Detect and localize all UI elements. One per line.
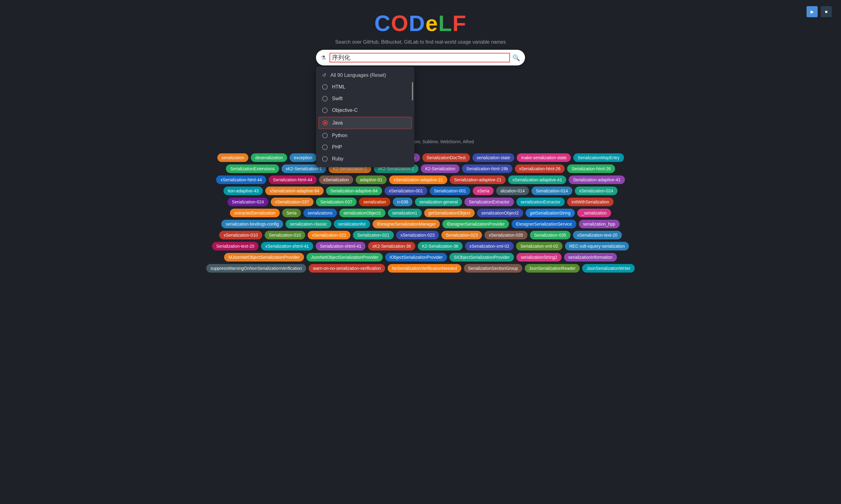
list-item[interactable]: n-036 — [393, 198, 412, 206]
dropdown-item-objectivec[interactable]: Objective-C — [316, 105, 414, 116]
dropdown-item-java[interactable]: Java — [319, 117, 412, 129]
list-item[interactable]: Serialization-014 — [532, 186, 572, 195]
top-icon-2[interactable]: ■ — [821, 6, 832, 17]
list-item[interactable]: serialization1 — [388, 209, 422, 217]
list-item[interactable]: adaptive-01 — [356, 176, 387, 184]
list-item[interactable]: Serialization-001 — [430, 186, 470, 195]
list-item[interactable]: serializationObject2 — [477, 209, 523, 217]
list-item[interactable]: xSeria — [473, 186, 494, 195]
list-item[interactable]: getSerializationString — [526, 209, 575, 217]
dropdown-item-python[interactable]: Python — [316, 130, 414, 141]
list-item[interactable]: Serialization-010 — [265, 231, 305, 239]
list-item[interactable]: serializationString2 — [516, 253, 561, 262]
list-item[interactable]: deserialization — [251, 154, 287, 162]
list-item[interactable]: K2-Serialization — [421, 164, 460, 173]
dropdown-item-ruby[interactable]: Ruby — [316, 153, 414, 165]
list-item[interactable]: exception — [289, 154, 317, 162]
list-item[interactable]: xSerialization-adaptive-21 — [389, 176, 447, 184]
list-item[interactable]: extractedSerialization — [230, 209, 280, 217]
list-item[interactable]: Serialization-021 — [353, 231, 393, 239]
list-item[interactable]: JsonNetObjectSerializationProvider — [306, 253, 383, 262]
list-item[interactable]: serializationExtractor — [516, 198, 565, 206]
search-bar: ⚗ 🔍 — [316, 50, 525, 66]
list-item[interactable]: xSerialization-adaptive-41 — [508, 176, 566, 184]
list-item[interactable]: IDesignerSerializationProvider — [442, 220, 509, 228]
list-item[interactable]: serialization-state — [472, 154, 515, 162]
list-item[interactable]: IDesignerSerializationManager — [373, 220, 440, 228]
list-item[interactable]: serializations — [303, 209, 337, 217]
list-item[interactable]: serialization — [359, 198, 390, 206]
list-item[interactable]: make-serialization-state — [517, 154, 571, 162]
search-button[interactable]: 🔍 — [513, 54, 520, 61]
list-item[interactable]: Serialization-023 — [442, 231, 482, 239]
list-item[interactable]: xSerialization-037 — [271, 198, 314, 206]
list-item[interactable]: NoSerializationVerificationNeeded — [388, 264, 461, 273]
list-item[interactable]: Serialization-html-26 — [567, 164, 615, 173]
list-item[interactable]: xSerialization-024 — [575, 186, 618, 195]
dropdown-item-php[interactable]: PHP — [316, 141, 414, 153]
search-input[interactable] — [329, 53, 510, 62]
list-item[interactable]: SerializationExtensions — [226, 164, 279, 173]
list-item[interactable]: serializationInformation — [564, 253, 617, 262]
list-item[interactable]: initWithSerialization — [567, 198, 613, 206]
list-item[interactable]: _serialization — [577, 209, 611, 217]
list-item[interactable]: Serialization-html-44 — [269, 176, 317, 184]
list-item[interactable]: xSerialization-html-44 — [216, 176, 266, 184]
list-item[interactable]: alization-014 — [496, 186, 529, 195]
logo-d: D — [409, 11, 425, 36]
list-item[interactable]: serialization — [217, 154, 249, 162]
list-item[interactable]: xSerialization — [319, 176, 353, 184]
list-item[interactable]: K2-Serialization-36 — [418, 242, 463, 250]
list-item[interactable]: xSerialization-021 — [308, 231, 351, 239]
dropdown-item-html[interactable]: HTML — [316, 81, 414, 93]
list-item[interactable]: Serialization-adaptive-21 — [450, 176, 506, 184]
list-item[interactable]: SerializationMapEntry — [573, 154, 624, 162]
list-item[interactable]: xSerialization-html-26 — [515, 164, 565, 173]
list-item[interactable]: xSerialization-023 — [396, 231, 439, 239]
list-item[interactable]: IDesignerSerializationService — [512, 220, 576, 228]
list-item[interactable]: Seria — [282, 209, 301, 217]
list-item[interactable]: serialization-bindings-config — [221, 220, 283, 228]
list-item[interactable]: xSerialization-text-20 — [573, 231, 622, 239]
list-item[interactable]: Serialization-035 — [530, 231, 571, 239]
list-item[interactable]: tion-adaptive-43 — [223, 186, 263, 195]
list-item[interactable]: warn-on-no-serialization-verification — [309, 264, 385, 273]
list-item[interactable]: xSerialization-xhtml-41 — [261, 242, 313, 250]
list-item[interactable]: serializationObject1 — [339, 209, 386, 217]
top-icon-1[interactable]: ▶ — [807, 6, 818, 17]
list-item[interactable]: SerializationExtractor — [464, 198, 514, 206]
filter-icon[interactable]: ⚗ — [321, 54, 326, 61]
dropdown-reset[interactable]: ↺ All 90 Languages (Reset) — [316, 69, 414, 81]
list-item[interactable]: Serialization-text-20 — [212, 242, 259, 250]
list-item[interactable]: Serialization-xhtml-41 — [316, 242, 366, 250]
list-item[interactable]: suppressWarningOnNonSerializationVerific… — [206, 264, 306, 273]
list-item[interactable]: Serialization-024 — [228, 198, 268, 206]
list-item[interactable]: serialization-general — [415, 198, 462, 206]
list-item[interactable]: serializationfor — [334, 220, 370, 228]
list-item[interactable]: REC-xslt-xquery-serialization — [565, 242, 629, 250]
list-item[interactable]: JsonSerializationWriter — [582, 264, 635, 273]
list-item[interactable]: Serialization-adaptive-41 — [569, 176, 625, 184]
list-item[interactable]: MJsonNetObjectSerializationProvider — [224, 253, 304, 262]
list-item[interactable]: JsonSerializationReader — [525, 264, 580, 273]
list-item[interactable]: xSerialization-035 — [484, 231, 527, 239]
list-item[interactable]: getSerializationObject — [424, 209, 475, 217]
list-item[interactable]: SerializationDocTest — [422, 154, 470, 162]
list-item[interactable]: xSerialization-001 — [384, 186, 427, 195]
list-item[interactable]: Serialization-adaptive-84 — [326, 186, 382, 195]
list-item[interactable]: Serialization-xml-02 — [516, 242, 562, 250]
list-item[interactable]: SIObjectSerializationProvider — [449, 253, 514, 262]
list-item[interactable]: xSerialization-adaptive-84 — [265, 186, 323, 195]
dropdown-item-swift[interactable]: Swift — [316, 93, 414, 105]
list-item[interactable]: xSerialization-xml-02 — [465, 242, 514, 250]
logo-o: O — [391, 11, 409, 36]
list-item[interactable]: serialization-classic — [286, 220, 332, 228]
list-item[interactable]: xSerialization-010 — [219, 231, 262, 239]
list-item[interactable]: xK2-Serialization-36 — [368, 242, 415, 250]
list-item[interactable]: Serialization-html-19b — [462, 164, 512, 173]
list-item[interactable]: IObjectSerializationProvider — [385, 253, 447, 262]
list-item[interactable]: serialization_hpp — [579, 220, 620, 228]
list-item[interactable]: SerializationSectionGroup — [464, 264, 522, 273]
list-item[interactable]: Serialization-037 — [316, 198, 357, 206]
scrollbar[interactable] — [412, 82, 413, 101]
